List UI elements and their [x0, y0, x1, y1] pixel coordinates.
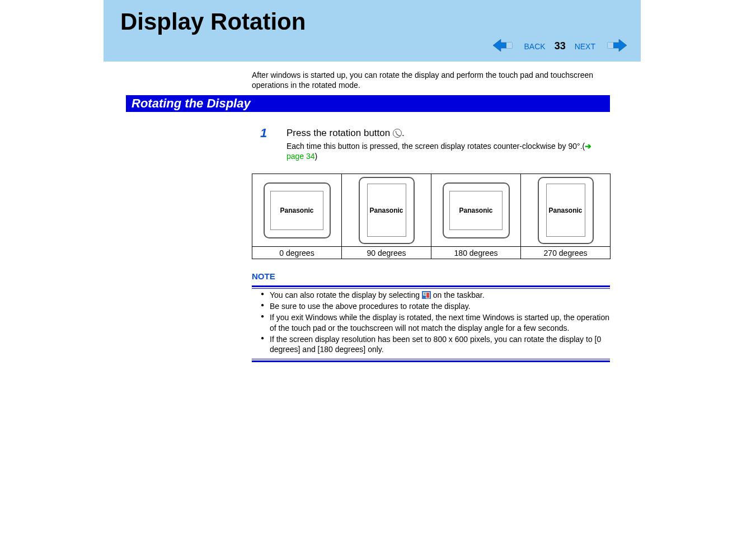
- note-item: You can also rotate the display by selec…: [252, 290, 610, 300]
- page-container: Display Rotation BACK 33 NEXT After wind…: [0, 0, 756, 534]
- step-heading: Press the rotation button .: [287, 128, 405, 139]
- device-brand-label: Panasonic: [280, 207, 313, 214]
- svg-marker-3: [608, 43, 613, 48]
- section-heading: Rotating the Display: [126, 95, 610, 112]
- diagram-270deg: Panasonic: [521, 174, 611, 247]
- page-navigation: BACK 33 NEXT: [493, 39, 627, 53]
- step-body-after: ): [315, 152, 318, 161]
- page-title: Display Rotation: [120, 8, 624, 35]
- note-item: If the screen display resolution has bee…: [252, 334, 610, 354]
- note-top-rule: [252, 285, 610, 289]
- page-number: 33: [555, 40, 566, 52]
- taskbar-rotate-icon: [422, 291, 431, 299]
- device-brand-label: Panasonic: [459, 207, 492, 214]
- page-link[interactable]: page 34: [287, 152, 315, 161]
- device-brand-label: Panasonic: [369, 207, 403, 214]
- diagram-180deg: Panasonic: [431, 174, 521, 247]
- rotation-button-icon: [393, 129, 402, 138]
- note-item-text-after: on the taskbar.: [431, 291, 485, 299]
- link-arrow-icon: ➔: [585, 142, 591, 151]
- note-list: You can also rotate the display by selec…: [252, 290, 610, 354]
- next-arrow-icon[interactable]: [604, 39, 627, 53]
- step-heading-after: .: [402, 128, 405, 138]
- caption-180deg: 180 degrees: [431, 247, 521, 259]
- note-title: NOTE: [252, 271, 610, 281]
- header-banner: Display Rotation BACK 33 NEXT: [104, 0, 641, 62]
- note-item-text-before: You can also rotate the display by selec…: [270, 291, 422, 299]
- note-item-text: Be sure to use the above procedures to r…: [270, 302, 471, 311]
- intro-paragraph: After windows is started up, you can rot…: [252, 70, 596, 90]
- next-link[interactable]: NEXT: [575, 42, 595, 51]
- device-brand-label: Panasonic: [548, 207, 582, 214]
- svg-marker-1: [506, 43, 512, 48]
- note-item-text: If the screen display resolution has bee…: [270, 335, 601, 354]
- note-block: NOTE You can also rotate the display by …: [252, 271, 610, 362]
- note-item: Be sure to use the above procedures to r…: [252, 301, 610, 311]
- note-item: If you exit Windows while the display is…: [252, 312, 610, 332]
- step-body: Each time this button is pressed, the sc…: [287, 141, 600, 161]
- back-arrow-icon[interactable]: [493, 39, 515, 53]
- diagram-0deg: Panasonic: [252, 174, 342, 247]
- back-link[interactable]: BACK: [524, 42, 546, 51]
- step-body-before: Each time this button is pressed, the sc…: [287, 142, 585, 151]
- note-bottom-rule: [252, 359, 610, 362]
- note-item-text: If you exit Windows while the display is…: [270, 313, 609, 332]
- caption-270deg: 270 degrees: [521, 247, 611, 259]
- caption-90deg: 90 degrees: [342, 247, 431, 259]
- diagram-90deg: Panasonic: [342, 174, 431, 247]
- step-heading-before: Press the rotation button: [287, 128, 393, 138]
- rotation-diagram-table: Panasonic Panasonic Panasonic Panasonic …: [252, 174, 611, 259]
- step-number: 1: [260, 126, 267, 140]
- caption-0deg: 0 degrees: [252, 247, 342, 259]
